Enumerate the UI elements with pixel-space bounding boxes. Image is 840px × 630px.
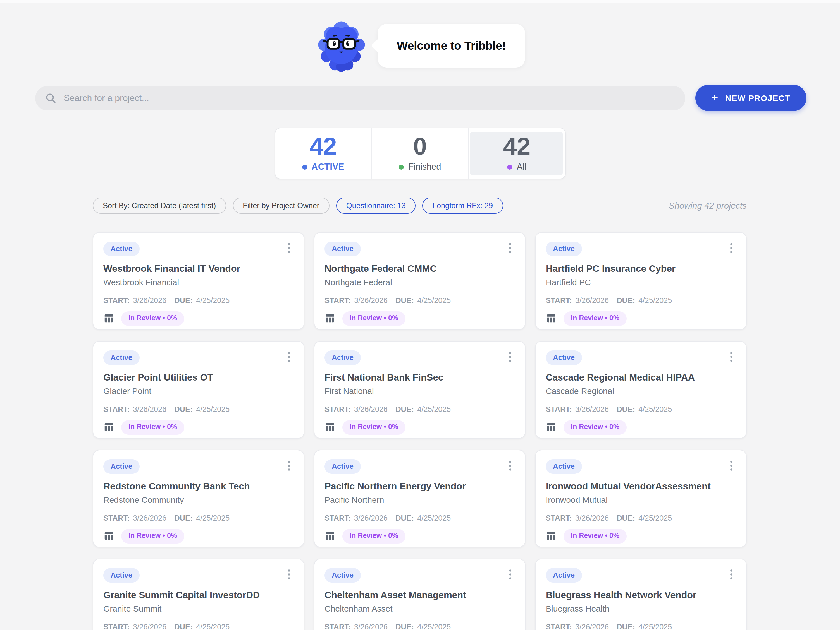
project-title: Ironwood Mutual VendorAssessment	[546, 481, 736, 492]
kebab-menu-icon[interactable]	[505, 242, 515, 254]
project-owner: Redstone Community	[103, 495, 294, 504]
filter-owner-chip[interactable]: Filter by Project Owner	[233, 197, 330, 214]
project-stats-card: 42 ACTIVE 0 Finished 42 All	[275, 128, 565, 179]
project-dates: START: 3/26/2026 DUE: 4/25/2025	[103, 405, 294, 414]
project-card[interactable]: Active Glacier Point Utilities OT Glacie…	[93, 341, 305, 439]
card-header: Active	[103, 350, 294, 365]
card-footer: In Review • 0%	[325, 420, 515, 435]
card-header: Active	[325, 242, 515, 256]
kebab-menu-icon[interactable]	[284, 242, 294, 254]
due-date: 4/25/2025	[196, 296, 229, 305]
stat-active-value: 42	[309, 135, 337, 157]
kebab-menu-icon[interactable]	[284, 350, 294, 363]
project-dates: START: 3/26/2026 DUE: 4/25/2025	[325, 296, 515, 305]
start-date: 3/26/2026	[133, 405, 166, 414]
project-card[interactable]: Active Granite Summit Capital InvestorDD…	[93, 559, 305, 630]
project-dates: START: 3/26/2026 DUE: 4/25/2025	[546, 296, 736, 305]
kebab-menu-icon[interactable]	[284, 459, 294, 472]
stat-finished-value: 0	[413, 135, 427, 157]
questionnaire-chip[interactable]: Questionnaire: 13	[336, 197, 416, 214]
review-progress-badge: In Review • 0%	[564, 420, 627, 435]
project-card[interactable]: Active Hartfield PC Insurance Cyber Hart…	[535, 232, 747, 330]
stat-all[interactable]: 42 All	[468, 128, 565, 179]
start-label: START:	[325, 405, 351, 414]
project-card[interactable]: Active Bluegrass Health Network Vendor B…	[535, 559, 747, 630]
project-title: Cascade Regional Medical HIPAA	[546, 372, 736, 383]
new-project-label: NEW PROJECT	[725, 93, 790, 103]
new-project-button[interactable]: + NEW PROJECT	[695, 85, 807, 111]
filters-row: Sort By: Created Date (latest first) Fil…	[93, 197, 747, 214]
card-header: Active	[546, 242, 736, 256]
hero-section: Welcome to Tribble!	[0, 18, 840, 74]
table-icon	[546, 313, 556, 324]
project-card[interactable]: Active Cascade Regional Medical HIPAA Ca…	[535, 341, 747, 439]
kebab-menu-icon[interactable]	[726, 350, 736, 363]
due-label: DUE:	[395, 405, 414, 414]
card-footer: In Review • 0%	[546, 529, 736, 543]
card-header: Active	[103, 568, 294, 583]
due-date: 4/25/2025	[638, 296, 672, 305]
kebab-menu-icon[interactable]	[505, 459, 515, 472]
due-label: DUE:	[174, 296, 193, 305]
project-owner: Bluegrass Health	[546, 604, 736, 613]
showing-count-text: Showing 42 projects	[669, 201, 747, 211]
project-search-box[interactable]	[35, 86, 685, 110]
project-title: Pacific Northern Energy Vendor	[325, 481, 515, 492]
due-label: DUE:	[174, 623, 193, 630]
project-title: Glacier Point Utilities OT	[103, 372, 294, 383]
kebab-menu-icon[interactable]	[726, 459, 736, 472]
due-date: 4/25/2025	[417, 296, 451, 305]
due-date: 4/25/2025	[196, 623, 229, 630]
project-title: Redstone Community Bank Tech	[103, 481, 294, 492]
start-date: 3/26/2026	[575, 405, 609, 414]
sort-by-chip[interactable]: Sort By: Created Date (latest first)	[93, 197, 226, 214]
kebab-menu-icon[interactable]	[726, 242, 736, 254]
due-label: DUE:	[395, 296, 414, 305]
due-label: DUE:	[395, 623, 414, 630]
project-card[interactable]: Active Northgate Federal CMMC Northgate …	[314, 232, 526, 330]
due-date: 4/25/2025	[417, 623, 451, 630]
stat-active[interactable]: 42 ACTIVE	[275, 128, 371, 179]
status-badge: Active	[546, 242, 582, 256]
kebab-menu-icon[interactable]	[284, 568, 294, 581]
project-title: First National Bank FinSec	[325, 372, 515, 383]
project-card[interactable]: Active Pacific Northern Energy Vendor Pa…	[314, 450, 526, 547]
project-title: Northgate Federal CMMC	[325, 263, 515, 274]
project-dates: START: 3/26/2026 DUE: 4/25/2025	[546, 623, 736, 630]
project-card[interactable]: Active First National Bank FinSec First …	[314, 341, 526, 439]
welcome-text: Welcome to Tribble!	[397, 39, 506, 52]
project-owner: Northgate Federal	[325, 277, 515, 287]
project-card[interactable]: Active Cheltenham Asset Management Chelt…	[314, 559, 526, 630]
project-title: Bluegrass Health Network Vendor	[546, 590, 736, 601]
due-date: 4/25/2025	[417, 514, 451, 522]
stat-finished[interactable]: 0 Finished	[371, 128, 468, 179]
project-owner: Westbrook Financial	[103, 277, 294, 287]
start-label: START:	[325, 296, 351, 305]
kebab-menu-icon[interactable]	[505, 350, 515, 363]
stat-finished-label: Finished	[399, 162, 441, 172]
project-dates: START: 3/26/2026 DUE: 4/25/2025	[103, 514, 294, 522]
longform-rfx-chip[interactable]: Longform RFx: 29	[423, 197, 503, 214]
kebab-menu-icon[interactable]	[505, 568, 515, 581]
due-date: 4/25/2025	[196, 405, 229, 414]
card-header: Active	[325, 350, 515, 365]
start-date: 3/26/2026	[354, 296, 388, 305]
status-badge: Active	[325, 459, 361, 474]
project-card[interactable]: Active Ironwood Mutual VendorAssessment …	[535, 450, 747, 547]
project-dates: START: 3/26/2026 DUE: 4/25/2025	[546, 514, 736, 522]
project-owner: Pacific Northern	[325, 495, 515, 504]
start-date: 3/26/2026	[575, 296, 609, 305]
project-owner: Cascade Regional	[546, 386, 736, 395]
review-progress-badge: In Review • 0%	[343, 529, 406, 543]
project-owner: Hartfield PC	[546, 277, 736, 287]
status-badge: Active	[103, 568, 140, 583]
status-badge: Active	[103, 242, 140, 256]
project-card[interactable]: Active Redstone Community Bank Tech Reds…	[93, 450, 305, 547]
kebab-menu-icon[interactable]	[726, 568, 736, 581]
start-label: START:	[103, 405, 129, 414]
search-input[interactable]	[64, 93, 675, 103]
start-date: 3/26/2026	[133, 514, 166, 522]
project-card[interactable]: Active Westbrook Financial IT Vendor Wes…	[93, 232, 305, 330]
card-header: Active	[546, 568, 736, 583]
due-label: DUE:	[174, 405, 193, 414]
